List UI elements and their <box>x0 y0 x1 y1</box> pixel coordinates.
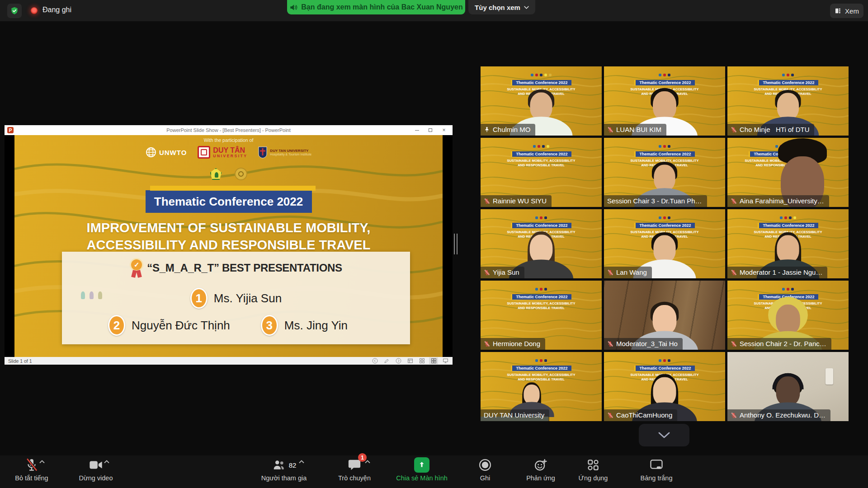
participant-tile[interactable]: Thematic Conference 2022SUSTAINABLE MOBI… <box>481 352 602 421</box>
powerpoint-app-icon: P <box>7 127 14 133</box>
next-slide-button[interactable] <box>394 357 403 364</box>
security-button[interactable] <box>7 4 22 18</box>
participant-video-grid: Thematic Conference 2022SUSTAINABLE MOBI… <box>481 66 849 421</box>
view-button[interactable]: Xem <box>830 4 863 18</box>
share-screen-icon <box>414 457 429 473</box>
participant-tile[interactable]: Anthony O. Ezechukwu. D… <box>727 352 849 421</box>
muted-mic-icon <box>484 340 490 347</box>
participant-tile[interactable]: Thematic Conference 2022SUSTAINABLE MOBI… <box>481 281 602 350</box>
participant-name-tag: CaoThiCamHuong <box>604 409 677 421</box>
reactions-label: Phản ứng <box>526 474 555 482</box>
university-pentagon-badge <box>210 168 222 180</box>
rank-3-badge: 3 <box>261 315 278 336</box>
participant-tile[interactable]: Thematic Conference 2022SUSTAINABLE MOBI… <box>604 209 725 278</box>
light-switch <box>826 368 833 385</box>
zoom-meeting-window: Đang ghi Bạn đang xem màn hình của Bac X… <box>0 0 868 488</box>
participant-tile[interactable]: Thematic Conference 2022SUSTAINABLE MOBI… <box>727 209 849 278</box>
mic-muted-icon <box>25 458 38 472</box>
slide-sorter-view-button[interactable] <box>417 357 426 364</box>
restore-button[interactable] <box>424 125 437 135</box>
panel-resize-handle[interactable] <box>454 234 458 254</box>
participant-tile[interactable]: Thematic Conference 2022SUSTAINABLE MOBI… <box>481 209 602 278</box>
globe-icon <box>146 147 156 158</box>
participants-label: Người tham gia <box>261 474 307 482</box>
muted-mic-icon <box>607 412 613 419</box>
normal-view-button[interactable] <box>406 357 415 364</box>
unwto-logo: UNWTO <box>146 147 187 158</box>
shield-crest-icon <box>258 146 267 159</box>
apps-label: Ứng dụng <box>579 474 608 482</box>
mic-options-caret[interactable] <box>39 460 45 464</box>
previous-slide-button[interactable] <box>370 357 379 364</box>
viewing-screen-banner: Bạn đang xem màn hình của Bac Xuan Nguye… <box>287 0 465 14</box>
minimize-button[interactable] <box>410 125 424 135</box>
gallery-view-icon <box>835 7 842 14</box>
reactions-control[interactable]: Phản ứng <box>518 455 563 488</box>
viewing-screen-text: Bạn đang xem màn hình của Bac Xuan Nguye… <box>301 3 462 11</box>
participants-icon <box>272 458 286 472</box>
chat-label: Trò chuyện <box>338 474 371 482</box>
participant-tile[interactable]: Thematic Conference 2022SUSTAINABLE MOBI… <box>604 66 725 136</box>
participant-tile[interactable]: Thematic Conference 2022SUSTAINABLE MOBI… <box>727 281 849 350</box>
participant-tile[interactable]: Thematic Conference 2022SUSTAINABLE MOBI… <box>727 66 849 136</box>
duytan-logo: DUY TÂN UNIVERSITY <box>198 146 247 159</box>
participant-name-tag: Session Chair 2 - Dr. Panc… <box>727 338 831 350</box>
video-options-caret[interactable] <box>104 460 109 464</box>
share-screen-control[interactable]: Chia sẻ Màn hình <box>385 455 458 488</box>
powerpoint-status-bar: Slide 1 of 1 <box>5 357 453 365</box>
whiteboard-control[interactable]: Bảng trắng <box>631 455 682 488</box>
whiteboard-icon <box>650 459 663 471</box>
participant-name-tag: Yijia Sun <box>481 267 524 278</box>
muted-mic-icon <box>484 197 490 205</box>
participant-name-tag: Chulmin MO <box>481 124 535 136</box>
reading-view-button[interactable] <box>429 357 438 364</box>
close-button[interactable]: × <box>437 125 451 135</box>
view-button-label: Xem <box>845 7 859 15</box>
participants-count: 82 <box>289 461 297 469</box>
muted-mic-icon <box>731 269 737 276</box>
record-control[interactable]: Ghi <box>467 455 503 488</box>
view-options-label: Tùy chọn xem <box>475 4 520 11</box>
stop-video-label: Dừng video <box>79 474 113 482</box>
pen-tool-button[interactable] <box>382 357 391 364</box>
stop-video-control[interactable]: Dừng video <box>69 455 123 488</box>
participants-caret[interactable] <box>299 460 304 464</box>
winner-2-name: Nguyễn Đức Thịnh <box>132 319 230 333</box>
participant-tile[interactable]: Thematic Conference 2022SUSTAINABLE MOBI… <box>727 138 849 207</box>
participant-tile[interactable]: Thematic Conference 2022SUSTAINABLE MOBI… <box>481 66 602 136</box>
unmute-control[interactable]: Bỏ tắt tiếng <box>5 455 59 488</box>
participant-name-tag: Cho Minje HTi of DTU <box>727 124 814 136</box>
record-label: Ghi <box>480 474 491 482</box>
winner-row-2: 2 Nguyễn Đức Thịnh 3 Ms. Jing Yin <box>54 315 402 336</box>
chat-control[interactable]: 1 Trò chuyện <box>329 455 380 488</box>
video-camera-icon <box>89 459 103 471</box>
apps-control[interactable]: Ứng dụng <box>571 455 616 488</box>
participant-name-tag: Lan Wang <box>604 267 652 278</box>
medal-icon: ✓ <box>130 258 143 272</box>
gold-round-badge <box>235 168 247 180</box>
rank-2-badge: 2 <box>108 315 125 336</box>
view-options-dropdown[interactable]: Tùy chọn xem <box>468 0 535 14</box>
muted-mic-icon <box>607 126 613 133</box>
participant-name-tag: Hermione Dong <box>481 338 545 350</box>
participant-tile[interactable]: Moderator_3_Tai Ho <box>604 281 725 350</box>
participant-name-tag: Session Chair 3 - Dr.Tuan Ph… <box>604 195 707 207</box>
recording-indicator-icon[interactable] <box>31 7 38 14</box>
participants-control[interactable]: 82 Người tham gia <box>248 455 320 488</box>
participant-tile[interactable]: Thematic Conference 2022SUSTAINABLE MOBI… <box>481 138 602 207</box>
winner-3-name: Ms. Jing Yin <box>284 319 348 333</box>
logo-row: UNWTO DUY TÂN UNIVERSITY <box>14 146 443 159</box>
duytan-logo-mark <box>198 146 210 159</box>
chat-caret[interactable] <box>365 460 370 464</box>
participant-name-tag: DUY TAN University <box>481 409 549 421</box>
participant-name-tag: Anthony O. Ezechukwu. D… <box>727 409 830 421</box>
participant-tile[interactable]: Thematic Conference 2022SUSTAINABLE MOBI… <box>604 352 725 421</box>
muted-mic-icon <box>484 269 490 276</box>
muted-mic-icon <box>607 269 613 276</box>
whiteboard-label: Bảng trắng <box>641 474 673 482</box>
participant-tile[interactable]: Thematic Conference 2022SUSTAINABLE MOBI… <box>604 138 725 207</box>
chevron-down-icon <box>524 6 529 9</box>
powerpoint-window-title: PowerPoint Slide Show - [Best Presenters… <box>5 127 453 133</box>
slideshow-view-button[interactable] <box>441 357 450 364</box>
scroll-participants-down-button[interactable] <box>639 424 689 446</box>
